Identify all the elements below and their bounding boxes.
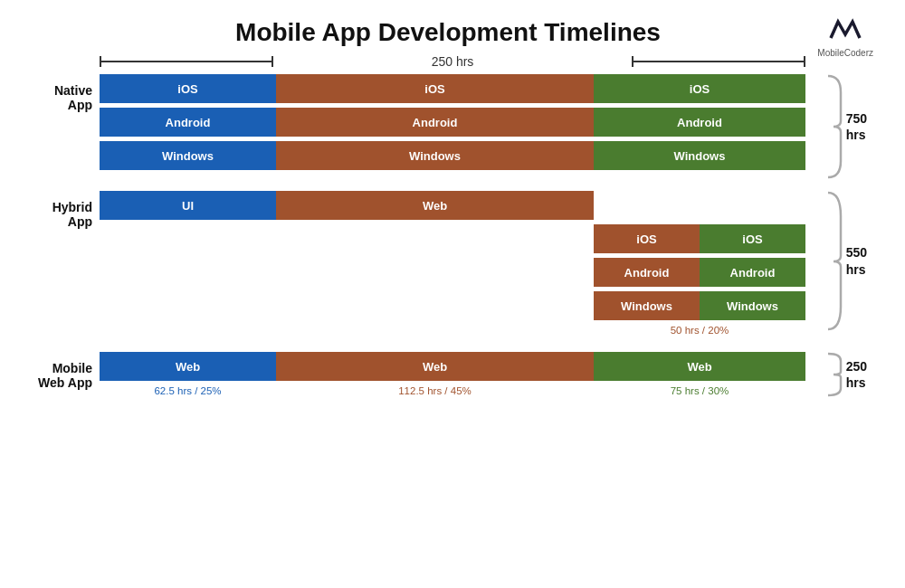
native-row-ios: iOS iOS iOS xyxy=(100,74,805,103)
hybrid-gap-android xyxy=(100,258,594,287)
mobile-row-web: Web Web Web xyxy=(100,352,805,381)
logo: MobileCoderz xyxy=(817,16,873,58)
hybrid-row-android: Android Android xyxy=(100,258,805,287)
mobile-sub-blue: 62.5 hrs / 25% xyxy=(100,385,276,396)
native-android-brown: Android xyxy=(276,108,594,137)
hybrid-gap-ios xyxy=(100,224,594,253)
hybrid-gap-windows xyxy=(100,291,594,320)
mobile-sub-labels: 62.5 hrs / 25% 112.5 hrs / 45% 75 hrs / … xyxy=(100,385,805,396)
hybrid-ios-brown: iOS xyxy=(594,224,700,253)
mobile-sub-brown: 112.5 hrs / 45% xyxy=(276,385,594,396)
native-row-android: Android Android Android xyxy=(100,108,805,137)
native-ios-blue: iOS xyxy=(100,74,276,103)
logo-icon xyxy=(817,16,873,47)
hybrid-sub-note-row: 50 hrs / 20% xyxy=(100,325,805,336)
hybrid-row-ios: iOS iOS xyxy=(100,224,805,253)
mobile-bars: Web Web Web 62.5 hrs / 25% 112.5 hrs / 4… xyxy=(100,352,805,396)
mobile-brace: 250hrs xyxy=(824,352,867,397)
hybrid-brace-label: 550hrs xyxy=(846,244,867,277)
mobile-web-green: Web xyxy=(594,352,805,381)
native-android-green: Android xyxy=(594,108,805,137)
hybrid-gap1 xyxy=(594,191,805,220)
native-ios-brown: iOS xyxy=(276,74,594,103)
hybrid-windows-green: Windows xyxy=(700,291,805,320)
hybrid-brace: 550hrs xyxy=(824,191,867,331)
native-brace-label: 750hrs xyxy=(846,110,867,143)
hybrid-section: HybridApp UI Web iOS iOS Android xyxy=(100,191,805,336)
native-android-blue: Android xyxy=(100,108,276,137)
native-windows-green: Windows xyxy=(594,141,805,170)
logo-label: MobileCoderz xyxy=(817,48,873,58)
ruler: 250 hrs xyxy=(100,54,805,69)
ruler-label: 250 hrs xyxy=(279,54,626,69)
native-bars: iOS iOS iOS Android Android Android Wind… xyxy=(100,74,805,175)
mobile-brace-label: 250hrs xyxy=(846,358,867,391)
hybrid-row-ui: UI Web xyxy=(100,191,805,220)
mobile-web-blue: Web xyxy=(100,352,276,381)
native-windows-brown: Windows xyxy=(276,141,594,170)
hybrid-ui-blue: UI xyxy=(100,191,276,220)
native-windows-blue: Windows xyxy=(100,141,276,170)
native-ios-green: iOS xyxy=(594,74,805,103)
mobile-label: MobileWeb App xyxy=(20,361,92,390)
hybrid-web-brown: Web xyxy=(276,191,594,220)
hybrid-row-windows: Windows Windows xyxy=(100,291,805,320)
hybrid-android-green: Android xyxy=(700,258,805,287)
hybrid-bars: UI Web iOS iOS Android Android xyxy=(100,191,805,336)
mobile-section: MobileWeb App Web Web Web 62.5 hrs / 25%… xyxy=(100,352,805,396)
hybrid-windows-brown: Windows xyxy=(594,291,700,320)
hybrid-ios-green: iOS xyxy=(700,224,805,253)
native-row-windows: Windows Windows Windows xyxy=(100,141,805,170)
hybrid-sub-note: 50 hrs / 20% xyxy=(594,325,805,336)
hybrid-label: HybridApp xyxy=(20,200,92,229)
chart-area: 250 hrs NativeApp iOS iOS iOS Android An… xyxy=(100,54,805,396)
mobile-sub-green: 75 hrs / 30% xyxy=(594,385,805,396)
native-brace: 750hrs xyxy=(824,74,867,179)
mobile-web-brown: Web xyxy=(276,352,594,381)
native-section: NativeApp iOS iOS iOS Android Android An… xyxy=(100,74,805,175)
main-container: Mobile App Development Timelines MobileC… xyxy=(0,0,905,588)
hybrid-android-brown: Android xyxy=(594,258,700,287)
native-label: NativeApp xyxy=(20,83,92,112)
page-title: Mobile App Development Timelines xyxy=(18,18,878,47)
